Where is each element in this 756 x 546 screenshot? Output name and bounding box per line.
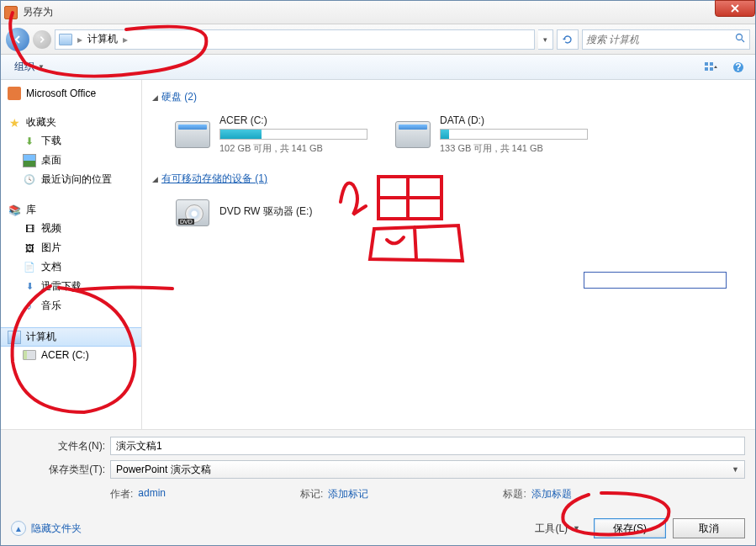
sidebar-item-xunlei[interactable]: 迅雷下载	[1, 277, 141, 296]
sidebar-label: 库	[26, 203, 36, 217]
svg-text:?: ?	[735, 61, 741, 73]
download-icon	[23, 135, 36, 148]
tools-button[interactable]: 工具(L) ▼	[535, 522, 580, 536]
author-value[interactable]: admin	[138, 487, 166, 501]
sidebar-label: 最近访问的位置	[41, 172, 112, 187]
app-icon	[4, 6, 18, 19]
title-label: 标题:	[503, 487, 526, 501]
picture-icon	[23, 241, 36, 255]
sidebar-label: 文档	[41, 260, 61, 274]
hdd-icon	[393, 118, 433, 151]
computer-icon	[8, 331, 21, 344]
tags-value[interactable]: 添加标记	[328, 487, 368, 501]
sidebar-item-recent[interactable]: 最近访问的位置	[1, 170, 141, 189]
svg-rect-1	[705, 62, 708, 66]
sidebar-item-videos[interactable]: 视频	[1, 219, 141, 238]
sidebar-header-favorites[interactable]: 收藏夹	[1, 114, 141, 131]
sidebar-label: 收藏夹	[26, 115, 56, 130]
chevron-up-icon	[11, 521, 26, 536]
sidebar-item-drive-c[interactable]: ACER (C:)	[1, 347, 141, 363]
group-header-hdd[interactable]: ◢ 硬盘 (2)	[152, 87, 745, 108]
nav-back-button[interactable]	[6, 28, 29, 51]
bottom-panel: 文件名(N): 保存类型(T): PowerPoint 演示文稿 ▼ 作者: a…	[1, 429, 755, 545]
drive-name: ACER (C:)	[219, 114, 367, 126]
sidebar-item-desktop[interactable]: 桌面	[1, 151, 141, 170]
search-icon	[735, 33, 746, 46]
chevron-down-icon: ▼	[573, 524, 580, 533]
filename-label: 文件名(N):	[11, 439, 110, 453]
chevron-down-icon: ▼	[38, 63, 45, 71]
breadcrumb[interactable]: ▸ 计算机 ▸	[55, 29, 535, 50]
save-label: 保存(S)	[613, 522, 647, 536]
refresh-button[interactable]	[557, 29, 579, 50]
sidebar-item-music[interactable]: 音乐	[1, 296, 141, 315]
nav-forward-button[interactable]	[33, 30, 51, 49]
drive-item-c[interactable]: ACER (C:) 102 GB 可用 , 共 141 GB	[169, 111, 371, 158]
sidebar-label: 图片	[41, 241, 61, 255]
sidebar-item-downloads[interactable]: 下载	[1, 131, 141, 151]
breadcrumb-sep-icon: ▸	[77, 34, 82, 45]
cancel-button[interactable]: 取消	[673, 518, 745, 538]
group-label: 有可移动存储的设备 (1)	[161, 172, 267, 186]
help-button[interactable]: ?	[728, 59, 748, 76]
sidebar-header-libraries[interactable]: 库	[1, 201, 141, 219]
search-input[interactable]	[586, 34, 735, 45]
filetype-value: PowerPoint 演示文稿	[116, 463, 211, 477]
content-area: ◢ 硬盘 (2) ACER (C:) 102 GB 可用 , 共 141 GB …	[142, 80, 755, 429]
view-options-button[interactable]	[701, 59, 722, 76]
sidebar-label: 视频	[41, 221, 61, 236]
title-value[interactable]: 添加标题	[531, 487, 572, 501]
tools-label: 工具(L)	[535, 522, 568, 536]
sidebar-label: Microsoft Office	[26, 87, 96, 99]
group-header-removable[interactable]: ◢ 有可移动存储的设备 (1)	[152, 168, 745, 189]
svg-rect-2	[710, 62, 713, 66]
xunlei-icon	[23, 280, 36, 294]
toolbar: 组织 ▼ ?	[1, 55, 755, 80]
nav-bar: ▸ 计算机 ▸ ▾	[1, 24, 755, 55]
sidebar-item-pictures[interactable]: 图片	[1, 238, 141, 257]
sidebar-label: 音乐	[41, 299, 61, 313]
close-button[interactable]	[715, 0, 755, 17]
location-dropdown[interactable]: ▾	[538, 29, 553, 50]
breadcrumb-location: 计算机	[87, 32, 118, 46]
organize-button[interactable]: 组织 ▼	[8, 56, 51, 77]
chevron-down-icon: ▼	[732, 465, 739, 474]
breadcrumb-sep-icon: ▸	[123, 34, 128, 45]
drive-stats: 133 GB 可用 , 共 141 GB	[440, 142, 588, 155]
group-label: 硬盘 (2)	[161, 90, 197, 104]
video-icon	[23, 222, 36, 236]
star-icon	[8, 116, 21, 130]
hide-folders-button[interactable]: 隐藏文件夹	[11, 521, 82, 536]
document-icon	[23, 261, 36, 274]
collapse-icon: ◢	[152, 175, 158, 183]
titlebar: 另存为	[1, 1, 755, 24]
cancel-label: 取消	[699, 522, 719, 536]
sidebar-item-computer[interactable]: 计算机	[1, 327, 141, 347]
sidebar-item-office[interactable]: Microsoft Office	[1, 85, 141, 102]
svg-rect-3	[705, 67, 708, 71]
filetype-combo[interactable]: PowerPoint 演示文稿 ▼	[110, 460, 745, 479]
sidebar-label: 计算机	[26, 330, 56, 344]
tags-label: 标记:	[300, 487, 323, 501]
drive-stats: 102 GB 可用 , 共 141 GB	[219, 142, 367, 155]
filetype-label: 保存类型(T):	[11, 463, 110, 477]
sidebar-label: 桌面	[41, 153, 61, 167]
filename-input[interactable]	[110, 437, 745, 455]
window-title: 另存为	[23, 5, 53, 19]
rename-input[interactable]	[584, 272, 727, 289]
drive-item-dvd[interactable]: DVD RW 驱动器 (E:)	[169, 193, 371, 233]
hdd-icon	[172, 118, 213, 151]
drive-item-d[interactable]: DATA (D:) 133 GB 可用 , 共 141 GB	[389, 111, 591, 158]
desktop-icon	[23, 154, 36, 167]
drive-name: DVD RW 驱动器 (E:)	[219, 204, 367, 219]
sidebar-item-documents[interactable]: 文档	[1, 257, 141, 277]
save-button[interactable]: 保存(S)	[594, 518, 666, 538]
svg-rect-4	[710, 67, 713, 71]
sidebar-label: ACER (C:)	[41, 349, 89, 361]
usage-bar	[440, 129, 588, 140]
svg-point-0	[737, 34, 743, 40]
library-icon	[8, 204, 21, 217]
search-box[interactable]	[582, 29, 750, 50]
sidebar-label: 迅雷下载	[41, 279, 82, 294]
office-icon	[8, 87, 21, 100]
